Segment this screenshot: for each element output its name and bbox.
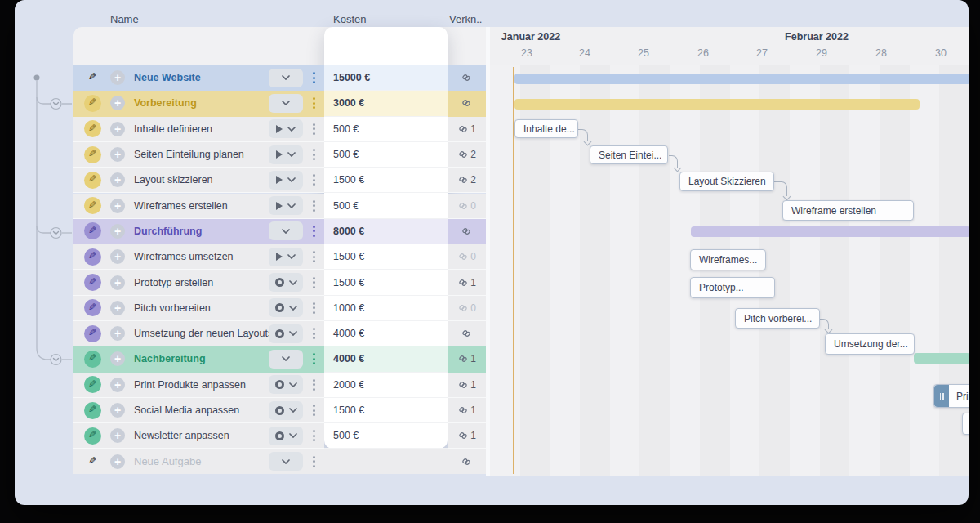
status-pill[interactable] <box>269 196 303 215</box>
status-dot-icon[interactable] <box>275 303 284 312</box>
play-icon[interactable] <box>276 176 283 184</box>
table-row[interactable]: ✎ + Vorbereitung 3000 € <box>74 91 486 116</box>
play-icon[interactable] <box>276 125 283 133</box>
play-icon[interactable] <box>276 202 283 210</box>
verkn-cell[interactable]: 1 <box>448 373 486 398</box>
verkn-cell[interactable] <box>448 321 486 346</box>
verkn-cell[interactable] <box>448 65 486 91</box>
chevron-down-icon[interactable] <box>289 331 297 336</box>
kosten-cell[interactable]: 2000 € <box>324 373 448 398</box>
row-menu-icon[interactable] <box>310 299 318 317</box>
table-row[interactable]: ✎ + Pitch vorbereiten 1000 € <box>74 296 486 321</box>
row-menu-icon[interactable] <box>310 324 318 342</box>
kosten-cell[interactable]: 1500 € <box>324 168 448 193</box>
status-dot-icon[interactable] <box>275 278 284 287</box>
table-row[interactable]: ✎ + Inhalte definieren 500 € <box>74 117 486 142</box>
gantt-task-prototyp[interactable]: Prototyp... <box>690 277 775 298</box>
row-menu-icon[interactable] <box>310 401 318 419</box>
kosten-cell[interactable]: 4000 € <box>324 346 448 372</box>
gantt-task-wireframes-umsetzen[interactable]: Wireframes... <box>690 249 766 270</box>
verkn-cell[interactable]: 0 <box>448 194 486 219</box>
row-menu-icon[interactable] <box>310 350 318 368</box>
status-pill[interactable] <box>269 69 303 87</box>
chevron-down-icon[interactable] <box>287 152 296 157</box>
table-row[interactable]: ✎ + Wireframes umsetzen 1500 € <box>74 244 486 270</box>
status-pill[interactable] <box>269 248 303 266</box>
status-pill[interactable] <box>269 324 303 343</box>
row-menu-icon[interactable] <box>310 453 318 471</box>
play-icon[interactable] <box>276 253 283 261</box>
chevron-down-icon[interactable] <box>289 280 297 285</box>
play-icon[interactable] <box>276 150 283 159</box>
drag-handle-icon[interactable] <box>934 385 949 407</box>
row-menu-icon[interactable] <box>310 197 318 215</box>
row-menu-icon[interactable] <box>310 69 318 87</box>
verkn-cell[interactable]: 2 <box>448 168 486 193</box>
table-row[interactable]: ✎ + Wireframes erstellen 500 € <box>74 194 486 219</box>
table-row[interactable]: ✎ + Prototyp erstellen 1500 € <box>74 270 486 295</box>
bar-neue-website[interactable] <box>514 74 969 84</box>
verkn-cell[interactable]: 1 <box>448 398 486 423</box>
row-menu-icon[interactable] <box>310 248 318 266</box>
status-dot-icon[interactable] <box>275 329 284 338</box>
table-row[interactable]: ✎ + Newsletter anpassen 500 € <box>74 423 486 449</box>
table-row[interactable]: ✎ + Umsetzung der neuen Layouts 4000 € <box>74 321 486 346</box>
kosten-cell[interactable]: 4000 € <box>324 321 448 346</box>
gantt-task-print[interactable]: Print <box>933 384 969 408</box>
status-pill[interactable] <box>269 375 303 394</box>
table-row[interactable]: ✎ + Neue Website 15000 € <box>74 65 486 91</box>
bar-vorbereitung[interactable] <box>514 99 920 110</box>
column-header-name[interactable]: Name <box>110 0 139 38</box>
verkn-cell[interactable] <box>448 91 486 116</box>
gantt-task-layout[interactable]: Layout Skizzieren <box>679 172 774 191</box>
table-row[interactable]: ✎ + Nachbereitung 4000 € <box>74 346 486 372</box>
kosten-cell[interactable]: 1500 € <box>324 244 448 270</box>
chevron-down-icon[interactable] <box>287 177 296 182</box>
gantt-task-inhalte[interactable]: Inhalte de... <box>514 119 578 138</box>
chevron-down-icon[interactable] <box>282 229 290 234</box>
kosten-cell[interactable]: 15000 € <box>324 65 448 91</box>
gantt-task-wireframe-erstellen[interactable]: Wireframe erstellen <box>782 200 914 221</box>
kosten-cell[interactable]: 3000 € <box>324 91 448 116</box>
table-row[interactable]: ✎ + Neue Aufgabe <box>74 449 486 474</box>
verkn-cell[interactable]: 1 <box>448 346 486 372</box>
table-row[interactable]: ✎ + Print Produkte anpassen 2000 € <box>74 373 486 398</box>
status-pill[interactable] <box>269 298 303 317</box>
row-menu-icon[interactable] <box>310 427 318 445</box>
table-row[interactable]: ✎ + Layout skizzieren 1500 € <box>74 168 486 193</box>
status-pill[interactable] <box>269 273 303 292</box>
chevron-down-icon[interactable] <box>287 203 296 208</box>
column-header-verkn[interactable]: Verkn.. <box>449 0 482 38</box>
kosten-cell[interactable]: 500 € <box>324 194 448 219</box>
status-pill[interactable] <box>269 145 303 164</box>
chevron-down-icon[interactable] <box>289 433 297 438</box>
gantt-task-seiten[interactable]: Seiten Eintei... <box>590 145 668 164</box>
status-dot-icon[interactable] <box>275 380 284 389</box>
row-menu-icon[interactable] <box>310 222 318 240</box>
row-menu-icon[interactable] <box>310 145 318 163</box>
verkn-cell[interactable]: 1 <box>448 270 486 295</box>
status-dot-icon[interactable] <box>275 406 284 415</box>
verkn-cell[interactable]: 0 <box>448 244 486 270</box>
row-menu-icon[interactable] <box>310 274 318 292</box>
verkn-cell[interactable] <box>448 449 486 474</box>
status-pill[interactable] <box>269 452 303 471</box>
kosten-cell[interactable]: 1000 € <box>324 296 448 321</box>
kosten-cell[interactable]: 1500 € <box>324 270 448 295</box>
chevron-down-icon[interactable] <box>287 254 296 259</box>
bar-nachbereitung[interactable] <box>914 353 969 364</box>
status-dot-icon[interactable] <box>275 431 284 440</box>
row-menu-icon[interactable] <box>310 376 318 394</box>
row-menu-icon[interactable] <box>310 120 318 138</box>
chevron-down-icon[interactable] <box>289 408 297 413</box>
kosten-cell[interactable]: 500 € <box>324 423 448 449</box>
chevron-down-icon[interactable] <box>282 459 290 464</box>
row-menu-icon[interactable] <box>310 94 318 112</box>
verkn-cell[interactable]: 1 <box>448 423 486 449</box>
table-row[interactable]: ✎ + Seiten Einteilung planen 500 € <box>74 142 486 168</box>
status-pill[interactable] <box>269 171 303 190</box>
kosten-cell[interactable] <box>324 449 448 474</box>
gantt-task-partial[interactable] <box>962 413 969 435</box>
table-row[interactable]: ✎ + Social Media anpassen 1500 € <box>74 398 486 423</box>
gantt-task-umsetzung[interactable]: Umsetzung der... <box>825 333 915 355</box>
